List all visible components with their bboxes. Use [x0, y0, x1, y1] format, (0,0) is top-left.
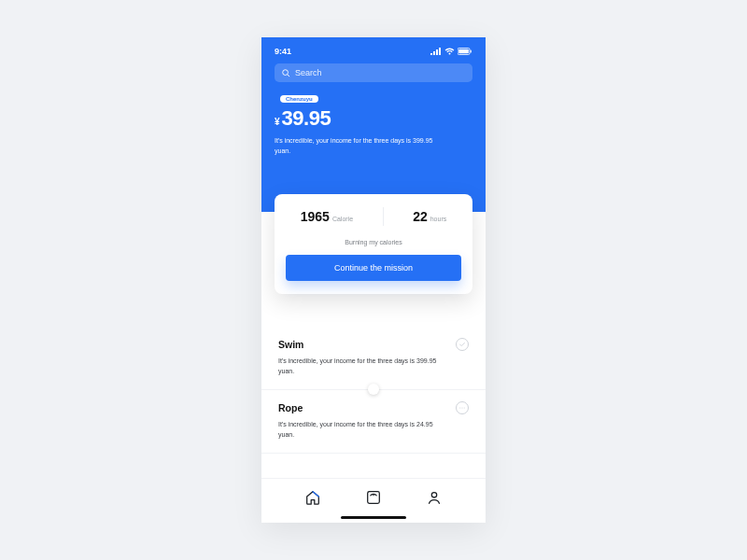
scale-icon — [365, 489, 382, 506]
balance-row: ¥ 39.95 — [275, 106, 472, 131]
more-circle-icon — [456, 401, 469, 414]
user-badge: Chenzuyu — [280, 95, 318, 103]
header: 9:41 Search Chenzuyu ¥ 39.95 It's incred… — [261, 37, 486, 212]
status-icons — [430, 48, 472, 55]
home-icon — [304, 489, 321, 506]
stat-hours-value: 22 — [413, 209, 428, 224]
continue-button[interactable]: Continue the mission — [286, 255, 461, 281]
signal-icon — [430, 48, 442, 55]
item-title: Swim — [278, 339, 303, 350]
list-item[interactable]: Swim It's incredible, your income for th… — [261, 327, 486, 390]
profile-icon — [426, 489, 443, 506]
stats-caption: Burning my calories — [286, 239, 461, 245]
check-circle-icon — [456, 338, 469, 351]
search-input[interactable]: Search — [275, 63, 472, 82]
status-time: 9:41 — [275, 47, 291, 56]
stat-calories-label: Calorie — [332, 216, 353, 222]
battery-icon — [458, 48, 472, 55]
balance-amount: 39.95 — [282, 106, 331, 131]
svg-point-6 — [461, 407, 462, 408]
search-icon — [282, 69, 290, 77]
tab-scale[interactable] — [365, 489, 382, 506]
svg-rect-8 — [368, 491, 380, 503]
phone-frame: 9:41 Search Chenzuyu ¥ 39.95 It's incred… — [261, 37, 486, 523]
balance-subtitle: It's incredible, your income for the thr… — [275, 136, 433, 156]
svg-line-4 — [288, 74, 289, 76]
tab-bar — [261, 478, 486, 523]
stat-calories-value: 1965 — [301, 209, 330, 224]
vertical-divider — [383, 207, 384, 226]
stats-row: 1965 Calorie 22 hours — [286, 207, 461, 226]
item-title: Rope — [278, 402, 303, 413]
stat-hours: 22 hours — [413, 209, 446, 224]
item-desc: It's incredible, your income for the thr… — [278, 357, 442, 376]
svg-point-10 — [432, 492, 437, 497]
svg-point-5 — [459, 407, 460, 408]
activity-list: Swim It's incredible, your income for th… — [261, 327, 486, 478]
svg-point-3 — [283, 69, 289, 75]
list-item[interactable]: Rope It's incredible, your income for th… — [261, 390, 486, 454]
search-placeholder: Search — [295, 68, 322, 77]
tab-home[interactable] — [304, 489, 321, 506]
home-indicator[interactable] — [341, 516, 406, 519]
stat-calories: 1965 Calorie — [301, 209, 353, 224]
stat-hours-label: hours — [430, 216, 447, 222]
wifi-icon — [444, 48, 455, 55]
currency-symbol: ¥ — [275, 117, 280, 127]
svg-rect-2 — [471, 50, 472, 53]
status-bar: 9:41 — [275, 47, 472, 56]
tab-profile[interactable] — [426, 489, 443, 506]
svg-rect-1 — [458, 49, 469, 54]
item-desc: It's incredible, your income for the thr… — [278, 420, 442, 440]
stats-card: 1965 Calorie 22 hours Burning my calorie… — [275, 194, 472, 294]
svg-point-7 — [464, 407, 465, 408]
